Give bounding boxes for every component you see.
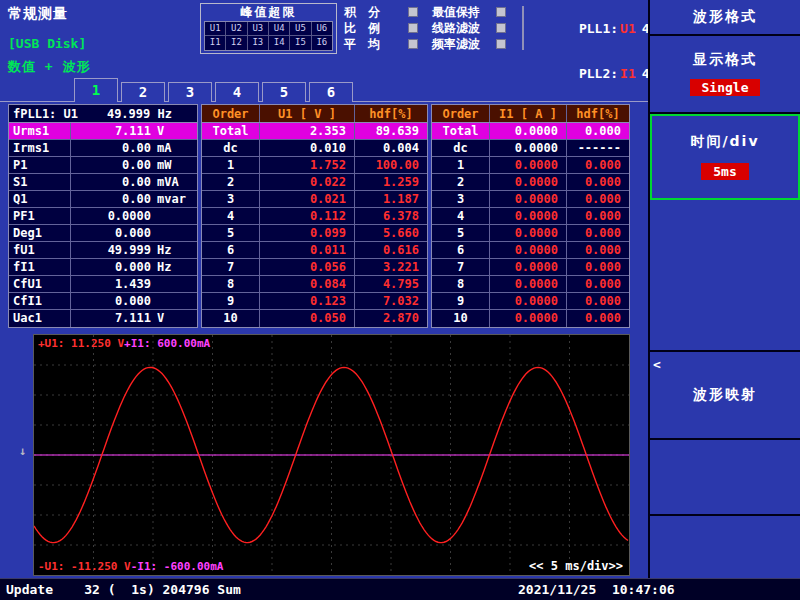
harmonic-order: 6 [432, 242, 490, 258]
waveform-top-scale: +U1: 11.250 V+I1: 600.00mA [38, 337, 210, 350]
measurement-value: 1.439 [71, 276, 157, 292]
measurement-row: CfU11.439 [9, 276, 197, 293]
measurement-label: CfU1 [9, 276, 71, 292]
measurement-value: 0.00 [71, 140, 157, 156]
harmonic-row: Total2.35389.639 [202, 123, 427, 140]
measurement-value: 7.111 [71, 310, 157, 327]
menu-item-wave-mapping[interactable]: < 波形映射 [650, 352, 800, 440]
tab-3[interactable]: 3 [168, 82, 212, 102]
tab-1[interactable]: 1 [74, 78, 118, 102]
measurement-unit [157, 293, 197, 309]
harmonic-hdf: 0.000 [567, 310, 629, 327]
harmonic-value: 0.099 [260, 225, 355, 241]
harmonic-value: 0.021 [260, 191, 355, 207]
harmonic-hdf: 0.000 [567, 259, 629, 275]
harmonic-order: 7 [432, 259, 490, 275]
flag-0: 积 分 [344, 6, 418, 18]
datetime-label: 2021/11/25 10:47:06 [518, 582, 675, 597]
measurement-value: 0.00 [71, 174, 157, 190]
harm-table-u: OrderU1 [ V ]hdf[%]Total2.35389.639dc0.0… [201, 104, 428, 328]
flag-4: 线路滤波 [432, 22, 506, 34]
measurement-unit [157, 225, 197, 241]
harmonic-value: 0.0000 [490, 208, 567, 224]
harmonic-value: 0.050 [260, 310, 355, 327]
harmonic-header-hdf: hdf[%] [355, 105, 427, 122]
i1-bottom-scale: -I1: -600.00mA [131, 560, 224, 573]
harmonic-order: 6 [202, 242, 260, 258]
harmonic-hdf: 2.870 [355, 310, 427, 327]
flag-1: 比 例 [344, 22, 418, 34]
measurement-label: Uac1 [9, 310, 71, 327]
peak-cell-u5: U5 [290, 22, 311, 35]
menu-item-display-format[interactable]: 显示格式 Single [650, 36, 800, 114]
menu-title: 波形格式 [650, 0, 800, 36]
peak-row-i: I1I2I3I4I5I6 [205, 36, 332, 50]
measurement-unit: mvar [157, 191, 197, 207]
view-mode-label: 数值 + 波形 [8, 58, 90, 76]
harm-table-i: OrderI1 [ A ]hdf[%]Total0.00000.000dc0.0… [431, 104, 630, 328]
display-format-label: 显示格式 [693, 51, 757, 69]
harmonic-order: 9 [432, 293, 490, 309]
measurement-unit: Hz [157, 259, 197, 275]
measurement-unit: Hz [157, 242, 197, 258]
power-analyzer-screen: 常规测量 [USB Disk] 数值 + 波形 峰值超限 U1U2U3U4U5U… [0, 0, 800, 600]
tab-6[interactable]: 6 [309, 82, 353, 102]
tab-4[interactable]: 4 [215, 82, 259, 102]
waveform-bottom-scale: -U1: -11.250 V-I1: -600.00mA [38, 560, 223, 573]
harmonic-hdf: 6.378 [355, 208, 427, 224]
harmonic-value: 0.0000 [490, 276, 567, 292]
measurement-unit: V [157, 123, 197, 139]
harmonic-row: 70.00000.000 [432, 259, 629, 276]
i1-top-scale: +I1: 600.00mA [124, 337, 210, 350]
harmonic-order: 4 [432, 208, 490, 224]
status-bar: Update 32 ( 1s) 204796 Sum 2021/11/25 10… [0, 578, 800, 600]
u1-bottom-scale: -U1: -11.250 V [38, 560, 131, 573]
harmonic-row: 100.00000.000 [432, 310, 629, 327]
harmonic-row: 80.00000.000 [432, 276, 629, 293]
harmonic-value: 0.022 [260, 174, 355, 190]
harmonic-value: 0.0000 [490, 225, 567, 241]
peak-grid: U1U2U3U4U5U6 I1I2I3I4I5I6 [204, 21, 333, 51]
harmonic-header-row: OrderI1 [ A ]hdf[%] [432, 105, 629, 123]
harmonic-row: 20.00000.000 [432, 174, 629, 191]
harmonic-order: 10 [432, 310, 490, 327]
harmonic-hdf: 4.795 [355, 276, 427, 292]
harmonic-hdf: 0.000 [567, 174, 629, 190]
flag-label: 频率滤波 [432, 36, 492, 53]
harmonic-header-order: Order [432, 105, 490, 122]
harmonic-row: 40.1126.378 [202, 208, 427, 225]
harmonic-hdf: 5.660 [355, 225, 427, 241]
flag-3: 最值保持 [432, 6, 506, 18]
harmonic-row: 40.00000.000 [432, 208, 629, 225]
tab-2[interactable]: 2 [121, 82, 165, 102]
harmonic-order: 2 [432, 174, 490, 190]
harmonic-order: 3 [202, 191, 260, 207]
flag-label: 平 均 [344, 36, 404, 53]
indicator-box-icon [496, 7, 506, 17]
harmonic-row: 30.00000.000 [432, 191, 629, 208]
measurement-value: 7.111 [71, 123, 157, 139]
harmonic-value: 0.123 [260, 293, 355, 309]
harmonic-order: 4 [202, 208, 260, 224]
update-counter: Update 32 ( 1s) 204796 Sum [6, 582, 241, 597]
measurement-row: P10.00mW [9, 157, 197, 174]
harmonic-value: 0.0000 [490, 259, 567, 275]
harmonic-header-order: Order [202, 105, 260, 122]
time-div-value: 5ms [701, 163, 748, 180]
tab-5[interactable]: 5 [262, 82, 306, 102]
peak-cell-u2: U2 [226, 22, 247, 35]
peak-over-limit-box: 峰值超限 U1U2U3U4U5U6 I1I2I3I4I5I6 [200, 3, 337, 54]
harmonic-row: dc0.0000------ [432, 140, 629, 157]
harmonic-value: 0.112 [260, 208, 355, 224]
harmonic-header-row: OrderU1 [ V ]hdf[%] [202, 105, 427, 123]
page-left-arrow-icon[interactable]: < [653, 357, 661, 372]
harmonic-row: 30.0211.187 [202, 191, 427, 208]
measurement-value: 49.999 [71, 242, 157, 258]
harmonic-hdf: 89.639 [355, 123, 427, 139]
harmonic-order: 9 [202, 293, 260, 309]
measurement-label: P1 [9, 157, 71, 173]
measurement-label: fU1 [9, 242, 71, 258]
display-format-value: Single [690, 79, 761, 96]
menu-item-time-div[interactable]: 时间/div 5ms [650, 114, 800, 200]
harmonic-value: 0.0000 [490, 242, 567, 258]
